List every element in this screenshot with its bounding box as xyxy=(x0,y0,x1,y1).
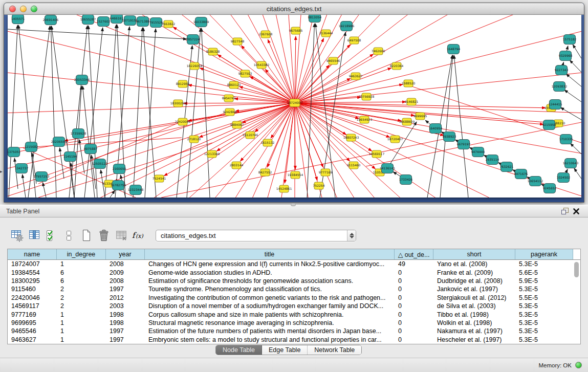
network-node[interactable]: 9884067 xyxy=(230,121,244,128)
network-node[interactable]: 7915526 xyxy=(149,18,163,28)
network-node[interactable]: 8471676 xyxy=(514,169,528,179)
network-node[interactable]: 2718120 xyxy=(187,136,201,143)
column-header-title[interactable]: title xyxy=(145,249,395,259)
network-node[interactable]: 12323448 xyxy=(128,185,144,195)
network-node[interactable]: 12093832 xyxy=(552,82,568,92)
table-row[interactable]: 1456911722003Disruption of a novel membe… xyxy=(8,302,580,310)
network-node[interactable]: 6466161 xyxy=(110,15,124,24)
network-node[interactable]: 1215682 xyxy=(25,142,38,152)
network-node[interactable]: 10655287 xyxy=(80,15,96,25)
network-node[interactable]: 9671388 xyxy=(136,17,150,27)
network-node[interactable]: 1244415 xyxy=(549,100,562,110)
network-node[interactable]: 1588520 xyxy=(402,80,416,87)
network-node[interactable]: 1710335 xyxy=(559,135,573,144)
delete-column-icon[interactable] xyxy=(96,228,112,243)
network-node[interactable]: 20206556 xyxy=(51,137,67,147)
network-node[interactable]: 16210643 xyxy=(563,159,579,168)
network-node[interactable]: 8220364 xyxy=(390,62,404,70)
window-titlebar[interactable]: citations_edges.txt xyxy=(4,3,584,15)
network-node[interactable]: 8186328 xyxy=(206,48,220,55)
table-row[interactable]: 969969511998Structural magnetic resonanc… xyxy=(8,319,580,327)
network-node[interactable]: 9215958 xyxy=(542,120,556,130)
network-view-window[interactable]: citations_edges.txt 18724007914682115885… xyxy=(4,3,584,203)
table-scrollbar[interactable] xyxy=(574,262,579,339)
network-node[interactable]: 9245652 xyxy=(543,184,557,193)
pane-divider-grip[interactable] xyxy=(291,203,296,206)
network-node[interactable]: 14136141 xyxy=(380,164,396,173)
network-node[interactable]: 9227343 xyxy=(555,65,569,75)
network-node[interactable]: 20053346 xyxy=(74,75,90,85)
network-node[interactable]: 1640954 xyxy=(429,124,443,134)
network-node[interactable]: 9827548 xyxy=(231,38,245,45)
network-node[interactable]: 2803144 xyxy=(230,162,244,169)
memory-ok-indicator-icon[interactable] xyxy=(575,362,582,368)
table-row[interactable]: 2242004622012Investigating the contribut… xyxy=(8,294,580,302)
network-node[interactable]: 16033809 xyxy=(193,17,209,27)
network-node[interactable]: 10543382 xyxy=(254,61,270,69)
network-node[interactable]: 8454743 xyxy=(222,95,236,102)
network-node[interactable]: 14569117 xyxy=(369,150,385,158)
network-node[interactable]: 6497508 xyxy=(347,37,361,44)
collapsed-panel-arrow-icon[interactable]: ▸ xyxy=(0,169,3,174)
network-node[interactable]: 9146821 xyxy=(405,98,419,105)
delete-table-icon[interactable] xyxy=(114,228,129,243)
network-node[interactable]: 7632621 xyxy=(500,162,514,172)
network-node[interactable]: 1648794 xyxy=(447,45,461,54)
tab-edge-table[interactable]: Edge Table xyxy=(262,345,308,355)
network-node[interactable]: 9463627 xyxy=(349,73,363,80)
tab-network-table[interactable]: Network Table xyxy=(308,345,361,355)
network-node[interactable]: 1145194 xyxy=(63,152,77,162)
select-all-check-icon[interactable] xyxy=(44,228,59,243)
network-node[interactable]: 17359928 xyxy=(71,129,86,139)
network-node[interactable]: 12213349 xyxy=(204,150,220,158)
function-builder-icon[interactable]: f(x) xyxy=(131,228,146,243)
network-node[interactable]: 8938923 xyxy=(443,132,456,142)
network-node[interactable]: 9827503 xyxy=(238,70,252,77)
network-node[interactable]: 18720407 xyxy=(387,136,403,143)
network-node[interactable]: 1615132 xyxy=(261,139,275,146)
network-node[interactable]: 14524861 xyxy=(276,185,292,192)
network-node[interactable]: 19384554 xyxy=(288,171,303,179)
network-node[interactable]: 9242844 xyxy=(223,108,237,116)
close-panel-icon[interactable] xyxy=(571,207,582,216)
new-column-icon[interactable] xyxy=(79,228,94,243)
network-node[interactable]: 7857224 xyxy=(186,35,200,45)
column-header-out_de[interactable]: △ out_de... xyxy=(395,249,433,259)
network-node[interactable]: 2136444 xyxy=(319,30,333,37)
minimize-window-icon[interactable] xyxy=(20,6,27,12)
table-source-dropdown[interactable]: citations_edges.txt xyxy=(156,230,356,242)
network-node[interactable]: 7462600 xyxy=(372,48,385,55)
network-node[interactable]: 9474444 xyxy=(471,147,485,157)
table-row[interactable]: 1872400712008Changes of HCN gene express… xyxy=(8,260,580,268)
network-node[interactable]: 16120746 xyxy=(243,132,258,139)
network-node[interactable]: 19654923 xyxy=(357,116,373,123)
network-node[interactable]: 9465546 xyxy=(326,57,340,64)
network-node[interactable]: 2160650 xyxy=(113,164,126,174)
table-row[interactable]: 946554611997Estimation of the future num… xyxy=(8,327,580,335)
tab-node-table[interactable]: Node Table xyxy=(216,345,262,355)
column-header-in_degree[interactable]: in_degree xyxy=(57,249,106,259)
scrollbar-thumb[interactable] xyxy=(574,262,579,277)
table-row[interactable]: 946362711997Embryonic stem cells: a mode… xyxy=(8,336,580,344)
close-window-icon[interactable] xyxy=(9,6,16,12)
network-node[interactable]: 18300295 xyxy=(170,100,186,107)
network-node[interactable]: 17957253 xyxy=(34,172,50,182)
network-node[interactable]: 9777169 xyxy=(319,169,333,176)
network-node[interactable]: 8912955 xyxy=(176,80,190,87)
network-node[interactable]: 9675685 xyxy=(289,27,303,34)
network-node[interactable]: 19218986 xyxy=(339,21,355,31)
network-node[interactable]: 1024502 xyxy=(557,173,571,183)
network-graph[interactable]: 1872400791468211588520822036474626006497… xyxy=(8,15,581,198)
column-header-year[interactable]: year xyxy=(106,249,145,259)
float-window-icon[interactable] xyxy=(559,207,571,216)
network-node[interactable]: 18226058 xyxy=(187,62,203,70)
network-canvas[interactable]: 1872400791468211588520822036474626006497… xyxy=(8,15,581,198)
network-node[interactable]: 1375051 xyxy=(8,147,21,157)
column-header-short[interactable]: short xyxy=(433,249,515,259)
network-node[interactable]: 20691406 xyxy=(43,15,59,25)
table-row[interactable]: 1938455462009Genome-wide association stu… xyxy=(8,268,580,276)
table-columns-icon[interactable] xyxy=(27,228,42,243)
network-node[interactable]: 7663822 xyxy=(162,20,176,28)
network-node[interactable]: 1527602 xyxy=(97,17,111,27)
network-node[interactable]: 10756928 xyxy=(359,93,375,100)
